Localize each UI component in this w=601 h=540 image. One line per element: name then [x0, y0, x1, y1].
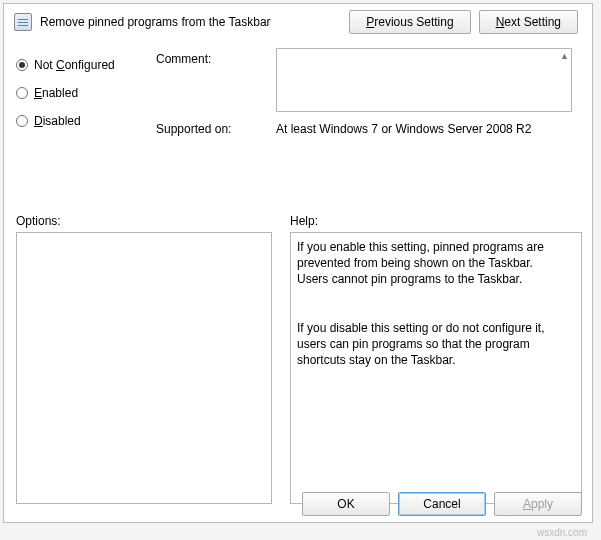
help-label: Help:: [290, 214, 582, 228]
options-box[interactable]: [16, 232, 272, 504]
radio-dot-icon: [16, 87, 28, 99]
lower-panes: Options: Help: If you enable this settin…: [4, 214, 592, 504]
help-box[interactable]: If you enable this setting, pinned progr…: [290, 232, 582, 504]
dialog-body: Not Configured Enabled Disabled Comment:…: [4, 38, 592, 192]
watermark: wsxdn.com: [537, 527, 587, 538]
radio-not-configured[interactable]: Not Configured: [16, 58, 156, 72]
supported-on-label: Supported on:: [156, 122, 276, 136]
dialog-title: Remove pinned programs from the Taskbar: [40, 15, 349, 29]
help-pane: Help: If you enable this setting, pinned…: [290, 214, 582, 504]
radio-dot-icon: [16, 115, 28, 127]
nav-buttons: Previous Setting Next Setting: [349, 10, 582, 34]
cancel-button[interactable]: Cancel: [398, 492, 486, 516]
comment-label: Comment:: [156, 52, 276, 66]
comment-textarea[interactable]: ▲: [276, 48, 572, 112]
scroll-up-icon[interactable]: ▲: [560, 51, 569, 61]
dialog-footer: OK Cancel Apply: [302, 492, 582, 516]
options-label: Options:: [16, 214, 272, 228]
dialog-header: Remove pinned programs from the Taskbar …: [4, 4, 592, 38]
label-column: Comment: Supported on:: [156, 48, 276, 192]
radio-enabled[interactable]: Enabled: [16, 86, 156, 100]
radio-dot-icon: [16, 59, 28, 71]
policy-icon: [14, 13, 32, 31]
field-column: ▲ At least Windows 7 or Windows Server 2…: [276, 48, 580, 136]
previous-setting-button[interactable]: Previous Setting: [349, 10, 470, 34]
apply-button[interactable]: Apply: [494, 492, 582, 516]
state-column: Not Configured Enabled Disabled: [16, 48, 156, 142]
supported-on-value: At least Windows 7 or Windows Server 200…: [276, 122, 580, 136]
policy-dialog: Remove pinned programs from the Taskbar …: [3, 3, 593, 523]
ok-button[interactable]: OK: [302, 492, 390, 516]
next-setting-button[interactable]: Next Setting: [479, 10, 578, 34]
radio-disabled[interactable]: Disabled: [16, 114, 156, 128]
options-pane: Options:: [16, 214, 272, 504]
